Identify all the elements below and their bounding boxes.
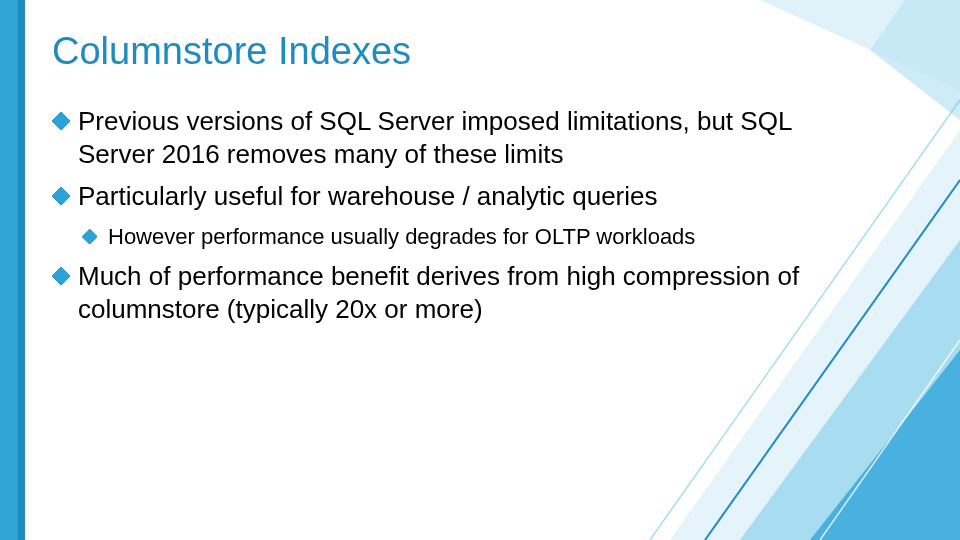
bullet-level2: However performance usually degrades for… (82, 223, 840, 251)
slide-title: Columnstore Indexes (52, 30, 411, 73)
svg-marker-1 (0, 0, 18, 540)
diamond-bullet-icon (52, 112, 70, 130)
diamond-bullet-icon (82, 229, 97, 244)
bullet-text: Previous versions of SQL Server imposed … (78, 106, 791, 169)
svg-marker-12 (52, 187, 70, 205)
diamond-bullet-icon (52, 187, 70, 205)
bullet-level1: Particularly useful for warehouse / anal… (52, 180, 840, 213)
svg-line-10 (820, 340, 960, 540)
diamond-bullet-icon (52, 267, 70, 285)
bullet-text: However performance usually degrades for… (108, 224, 695, 249)
bullet-level1: Previous versions of SQL Server imposed … (52, 105, 840, 170)
bullet-text: Particularly useful for warehouse / anal… (78, 181, 658, 211)
svg-marker-14 (52, 267, 70, 285)
svg-marker-5 (870, 0, 960, 120)
bullet-text: Much of performance benefit derives from… (78, 261, 799, 324)
svg-marker-7 (760, 0, 960, 90)
svg-marker-4 (810, 350, 960, 540)
svg-marker-0 (0, 0, 25, 540)
bullet-level1: Much of performance benefit derives from… (52, 260, 840, 325)
svg-marker-11 (52, 112, 70, 130)
slide-body: Previous versions of SQL Server imposed … (52, 105, 840, 335)
svg-marker-13 (82, 229, 97, 244)
slide: Columnstore Indexes Previous versions of… (0, 0, 960, 540)
